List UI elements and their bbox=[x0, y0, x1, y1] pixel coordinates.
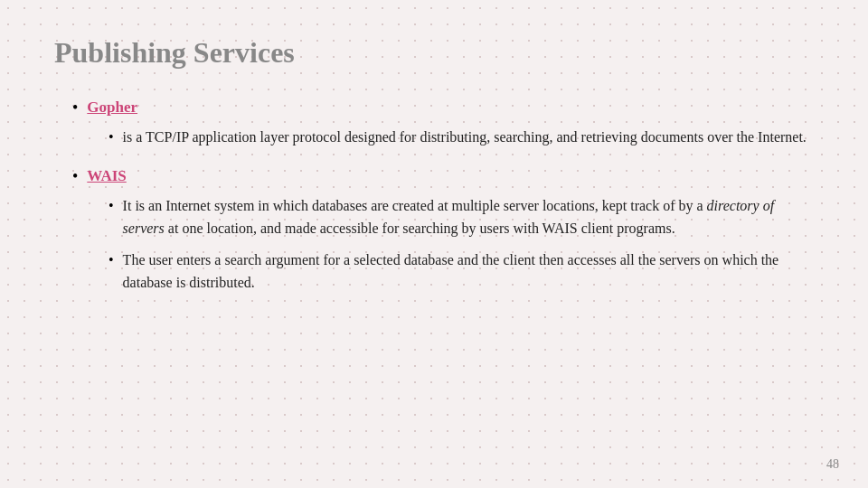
wais-sub-items: • It is an Internet system in which data… bbox=[72, 195, 814, 294]
page-number: 48 bbox=[826, 457, 839, 472]
wais-sub-item-1: • It is an Internet system in which data… bbox=[108, 195, 814, 240]
gopher-label: Gopher bbox=[87, 97, 137, 118]
wais-bullet-dot: • bbox=[72, 165, 78, 188]
gopher-sub-text-1: is a TCP/IP application layer protocol d… bbox=[123, 127, 807, 149]
gopher-sub-bullet-1: • bbox=[108, 127, 114, 148]
content-area: • Gopher • is a TCP/IP application layer… bbox=[54, 97, 814, 294]
gopher-bullet: • Gopher bbox=[72, 97, 814, 119]
wais-bullet: • WAIS bbox=[72, 165, 814, 188]
wais-italic-text: directory of servers bbox=[123, 198, 774, 236]
slide-container: Publishing Services • Gopher • is a TCP/… bbox=[0, 0, 868, 488]
gopher-sub-items: • is a TCP/IP application layer protocol… bbox=[72, 127, 814, 149]
wais-section: • WAIS • It is an Internet system in whi… bbox=[72, 165, 814, 294]
gopher-sub-item-1: • is a TCP/IP application layer protocol… bbox=[108, 127, 814, 149]
wais-sub-item-2: • The user enters a search argument for … bbox=[108, 249, 814, 295]
gopher-section: • Gopher • is a TCP/IP application layer… bbox=[72, 97, 814, 149]
wais-sub-bullet-1: • bbox=[108, 195, 114, 217]
gopher-bullet-dot: • bbox=[72, 97, 78, 119]
wais-sub-text-2: The user enters a search argument for a … bbox=[123, 249, 814, 295]
slide-title: Publishing Services bbox=[54, 36, 814, 70]
wais-sub-bullet-2: • bbox=[108, 249, 114, 271]
wais-label: WAIS bbox=[87, 165, 126, 187]
wais-sub-text-1: It is an Internet system in which databa… bbox=[123, 195, 814, 240]
